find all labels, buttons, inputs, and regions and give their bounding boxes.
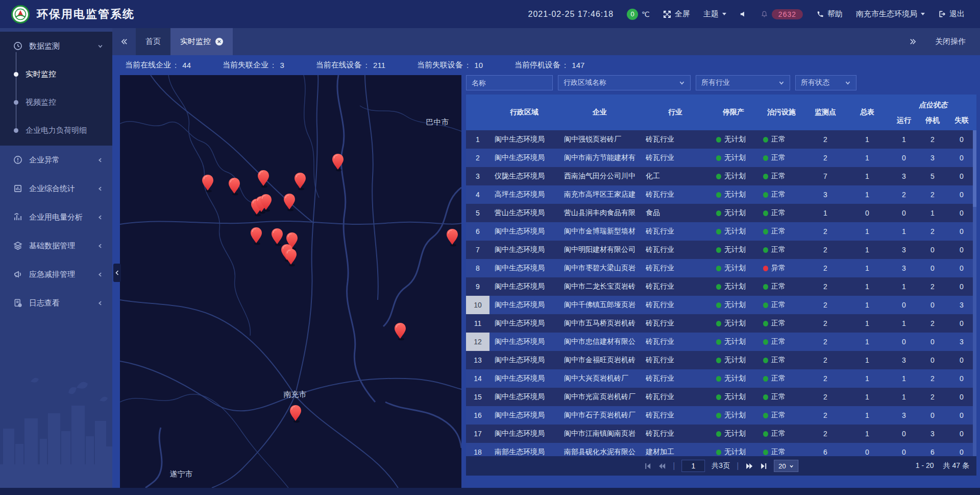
sidebar-item-log-view[interactable]: 日志查看 (0, 289, 112, 317)
fullscreen-button[interactable]: 全屏 (663, 9, 690, 19)
volume-button[interactable] (740, 10, 747, 18)
sidebar-item-label: 企业用电量分析 (29, 213, 83, 222)
column-group-point-status: 点位状态 运行 停机 失联 (890, 95, 976, 130)
row-region: 阆中生态环境局 (489, 130, 559, 149)
sidebar-item-base-data[interactable]: 基础数据管理 (0, 231, 112, 260)
table-row[interactable]: 2 阆中生态环境局 阆中市南方节能建材有 砖瓦行业 无计划 正常 2 1 0 3… (466, 149, 976, 167)
map-pin[interactable] (251, 227, 262, 245)
chevron-left-icon (97, 215, 103, 220)
app-logo-icon (11, 5, 30, 23)
temperature-badge: 0 (627, 9, 638, 20)
row-seq: 11 (466, 314, 489, 333)
tab-realtime-monitor[interactable]: 实时监控 ✕ (170, 28, 233, 55)
tab-bar-right: 关闭操作 (909, 28, 980, 55)
tabs-scroll-left-button[interactable] (112, 28, 136, 55)
next-page-button[interactable] (745, 463, 753, 469)
row-stop: 5 (918, 167, 947, 185)
facility-status-dot-icon (763, 413, 768, 418)
notification-area[interactable]: 2632 (761, 9, 803, 19)
table-row[interactable]: 11 阆中生态环境局 阆中市五马桥页岩机砖 砖瓦行业 无计划 正常 2 1 1 … (466, 314, 976, 333)
user-org-menu[interactable]: 南充市生态环境局 (856, 9, 925, 19)
row-seq: 10 (466, 296, 489, 314)
table-row[interactable]: 15 阆中生态环境局 阆中市光富页岩机砖厂 砖瓦行业 无计划 正常 2 1 1 … (466, 388, 976, 406)
row-lost: 3 (947, 296, 976, 314)
table-row[interactable]: 5 营山生态环境局 营山县润丰肉食品有限 食品 无计划 正常 1 0 0 1 0 (466, 204, 976, 222)
table-row[interactable]: 4 高坪生态环境局 南充市高坪区王家店建 砖瓦行业 无计划 正常 3 1 2 2… (466, 185, 976, 204)
chevron-down-icon (845, 80, 851, 86)
row-limit-status: 无计划 (710, 369, 757, 388)
table-row[interactable]: 14 阆中生态环境局 阆中大兴页岩机砖厂 砖瓦行业 无计划 正常 2 1 1 2… (466, 369, 976, 388)
map-pin[interactable] (272, 228, 283, 246)
row-industry: 砖瓦行业 (641, 388, 710, 406)
table-row[interactable]: 16 阆中生态环境局 阆中市石子页岩机砖厂 砖瓦行业 无计划 正常 2 1 3 … (466, 406, 976, 425)
table-row[interactable]: 17 阆中生态环境局 阆中市江南镇阆南页岩 砖瓦行业 无计划 正常 2 1 0 … (466, 425, 976, 443)
row-company: 阆中千佛镇五郎垭页岩 (559, 296, 641, 314)
sidebar-item-power-load-detail[interactable]: 企业电力负荷明细 (0, 116, 112, 145)
table-row[interactable]: 7 阆中生态环境局 阆中明阳建材有限公司 砖瓦行业 无计划 正常 2 1 3 0… (466, 241, 976, 259)
sidebar-item-video-monitor[interactable]: 视频监控 (0, 88, 112, 116)
table-row[interactable]: 1 阆中生态环境局 阆中强锐页岩砖厂 砖瓦行业 无计划 正常 2 1 1 2 0 (466, 130, 976, 149)
sidebar-item-data-monitor[interactable]: 数据监测 (0, 32, 112, 60)
help-button[interactable]: 帮助 (816, 9, 843, 19)
close-operations-menu[interactable]: 关闭操作 (935, 37, 966, 46)
table-row[interactable]: 8 阆中生态环境局 阆中市枣碧大梁山页岩 砖瓦行业 无计划 异常 2 1 3 0… (466, 259, 976, 277)
table-row[interactable]: 18 南部生态环境局 南部县砚化水泥有限公 建材加工 无计划 正常 6 0 0 … (466, 443, 976, 456)
name-search-input[interactable] (466, 75, 553, 90)
sidebar-item-power-analysis[interactable]: 企业用电量分析 (0, 203, 112, 231)
facility-status-dot-icon (763, 137, 768, 143)
limit-status-dot-icon (716, 284, 721, 290)
last-page-button[interactable] (760, 463, 767, 469)
map-collapse-button[interactable] (113, 264, 121, 282)
table-row[interactable]: 13 阆中生态环境局 阆中市金福旺页岩机砖 砖瓦行业 无计划 正常 2 1 3 … (466, 351, 976, 369)
table-scrollbar[interactable] (973, 130, 976, 456)
table-row[interactable]: 9 阆中生态环境局 阆中市二龙长宝页岩砖 砖瓦行业 无计划 正常 2 1 1 2… (466, 277, 976, 296)
map-pin[interactable] (202, 175, 213, 192)
first-page-button[interactable] (644, 463, 651, 469)
map-pin[interactable] (395, 323, 406, 340)
industry-select-value: 所有行业 (701, 78, 730, 87)
tab-close-icon[interactable]: ✕ (215, 38, 223, 45)
row-facility-status: 正常 (757, 149, 806, 167)
table-row[interactable]: 12 阆中生态环境局 阆中市忠信建材有限公 砖瓦行业 无计划 正常 2 1 0 … (466, 333, 976, 351)
map-pin[interactable] (284, 194, 295, 211)
page-number-input[interactable] (681, 460, 705, 472)
limit-status-dot-icon (716, 266, 721, 271)
tab-home[interactable]: 首页 (136, 28, 170, 55)
sidebar-subitem-label: 实时监控 (26, 69, 56, 79)
limit-status-dot-icon (716, 210, 721, 216)
sidebar-item-emergency-reduction[interactable]: 应急减排管理 (0, 260, 112, 289)
map[interactable]: 巴中市南充市遂宁市 (120, 75, 461, 488)
row-industry: 砖瓦行业 (641, 425, 710, 443)
row-industry: 砖瓦行业 (641, 241, 710, 259)
row-limit-status: 无计划 (710, 277, 757, 296)
map-pin[interactable] (295, 173, 306, 190)
previous-page-button[interactable] (658, 463, 666, 469)
map-pin[interactable] (447, 229, 458, 246)
row-points: 2 (806, 222, 845, 241)
map-pin[interactable] (229, 178, 240, 195)
table-row[interactable]: 10 阆中生态环境局 阆中千佛镇五郎垭页岩 砖瓦行业 无计划 正常 2 1 0 … (466, 296, 976, 314)
map-pin[interactable] (285, 249, 297, 266)
row-run: 0 (890, 149, 918, 167)
page-size-select[interactable]: 20 (774, 460, 798, 472)
logout-button[interactable]: 退出 (938, 9, 965, 19)
row-region: 阆中生态环境局 (489, 369, 559, 388)
sidebar-item-realtime-monitor[interactable]: 实时监控 (0, 60, 112, 88)
map-pin[interactable] (258, 170, 269, 187)
region-select[interactable]: 行政区域名称 (558, 75, 691, 90)
row-facility-status: 正常 (757, 241, 806, 259)
row-seq: 1 (466, 130, 489, 149)
row-industry: 砖瓦行业 (641, 185, 710, 204)
sidebar-item-enterprise-stats[interactable]: 企业综合统计 (0, 174, 112, 203)
industry-select[interactable]: 所有行业 (696, 75, 790, 90)
theme-menu[interactable]: 主题 (703, 9, 726, 19)
table-row[interactable]: 6 阆中生态环境局 阆中市金博瑞新型墙材 砖瓦行业 无计划 正常 2 1 1 2… (466, 222, 976, 241)
stat-item: 当前在线企业: 44 (125, 60, 191, 70)
map-pin[interactable] (290, 405, 301, 422)
status-select[interactable]: 所有状态 (795, 75, 856, 90)
sidebar-item-enterprise-abnormal[interactable]: 企业异常 (0, 146, 112, 174)
map-rivers (145, 75, 461, 488)
tabs-scroll-right-button[interactable] (909, 38, 917, 45)
row-facility-status: 正常 (757, 296, 806, 314)
table-row[interactable]: 3 仪陇生态环境局 西南油气田分公司川中 化工 无计划 正常 7 1 3 5 0 (466, 167, 976, 185)
